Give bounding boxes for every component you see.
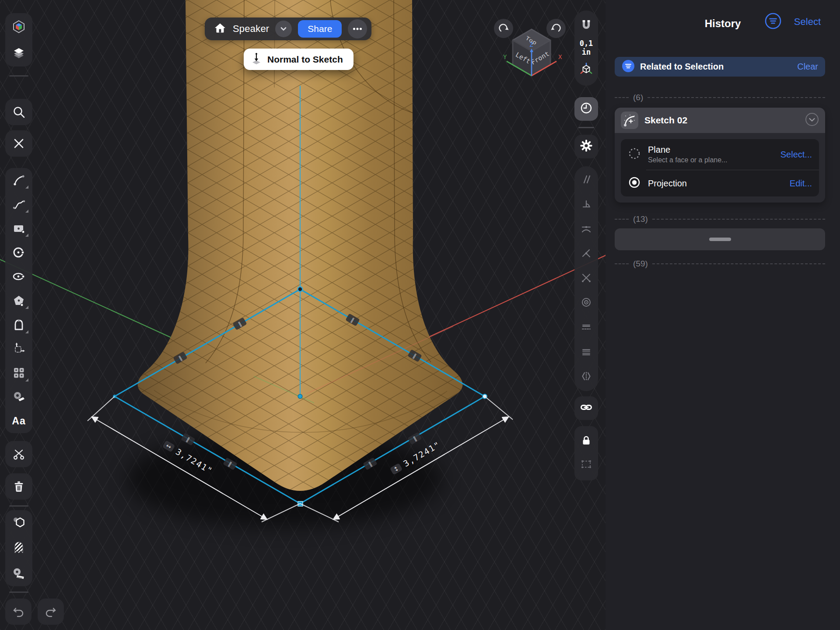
scene-3d [0, 0, 606, 630]
concentric-icon[interactable] [581, 297, 592, 310]
circle-tool-icon[interactable] [5, 240, 32, 264]
lock-toolbar [574, 426, 598, 480]
sketch-item-header[interactable]: Sketch 02 [615, 108, 825, 133]
plane-label: Plane [648, 145, 774, 155]
chevron-down-icon[interactable] [275, 21, 292, 37]
axis-cube-icon[interactable] [580, 63, 593, 77]
modeling-canvas[interactable]: ↔ 3,7241" ↕ 3,7241" ∥ ∥ ∥ ∥ ∥ ∥ ∥ ∥ [0, 0, 606, 630]
text-tool-icon[interactable]: Aa [5, 409, 32, 433]
section-hatch-icon[interactable] [5, 536, 32, 560]
constraints-toolbar [574, 166, 598, 391]
normal-to-sketch-popover[interactable]: Normal to Sketch [244, 49, 354, 70]
history-clock-button[interactable] [574, 97, 598, 121]
sketch-icon [621, 112, 638, 129]
sketch-item-title: Sketch 02 [644, 115, 799, 126]
offset-tool-icon[interactable] [5, 385, 32, 409]
orientation-cube-icon[interactable] [5, 14, 32, 38]
plane-sublabel: Select a face or a plane... [648, 156, 774, 164]
polygon-tool-icon[interactable] [5, 288, 32, 312]
delete-trash-icon[interactable] [5, 473, 32, 500]
group-divider: (59) [615, 259, 825, 269]
history-panel: History Select Related to Selection Clea… [606, 0, 840, 630]
parallel-icon[interactable] [581, 174, 592, 187]
group-count: (13) [633, 214, 648, 224]
spline-tool-icon[interactable] [5, 192, 32, 216]
pattern-tool-icon[interactable] [5, 361, 32, 385]
layers-icon[interactable] [5, 41, 32, 65]
lock-icon[interactable] [580, 434, 592, 448]
point-on-line-icon[interactable] [581, 248, 592, 261]
trim-scissors-icon[interactable] [5, 441, 32, 467]
sketch-origin-point[interactable] [298, 394, 302, 399]
plane-select-button[interactable]: Select... [780, 150, 812, 160]
projection-row[interactable]: Projection Edit... [621, 170, 819, 196]
arch-tool-icon[interactable] [5, 313, 32, 337]
collapsed-history-group[interactable] [615, 228, 825, 250]
gear-icon [580, 139, 593, 154]
dashed-circle-icon [628, 147, 641, 162]
close-icon[interactable] [5, 130, 32, 157]
material-hexagon-icon[interactable] [5, 511, 32, 535]
select-button[interactable]: Select [794, 16, 821, 28]
perpendicular-icon[interactable] [581, 198, 592, 211]
history-panel-header: History Select [606, 0, 840, 46]
normal-to-sketch-icon [250, 52, 263, 67]
radio-icon [628, 176, 641, 191]
redo-icon[interactable] [38, 598, 64, 625]
link-constraint-button[interactable] [574, 396, 598, 420]
toolbar-divider [9, 75, 28, 77]
filter-icon[interactable] [764, 12, 782, 32]
sketch-settings-button[interactable] [574, 135, 598, 158]
rail-divider [578, 127, 594, 128]
projection-label: Projection [648, 178, 783, 189]
toolbar-divider [9, 592, 28, 593]
chevron-down-circle-icon[interactable] [805, 112, 819, 128]
sketch-point-top[interactable] [298, 287, 303, 292]
group-count: (59) [633, 259, 648, 269]
home-icon[interactable] [214, 21, 227, 36]
filter-filled-icon [622, 60, 635, 74]
view-cube[interactable]: Top Left Front Y X Z [499, 24, 564, 90]
document-title[interactable]: Speaker [233, 23, 269, 35]
undo-icon[interactable] [5, 598, 32, 625]
sketch-item-body: Plane Select a face or a plane... Select… [615, 133, 825, 203]
tangent-icon[interactable] [581, 223, 592, 236]
symmetric-icon[interactable] [581, 371, 592, 384]
group-divider: (6) [615, 93, 825, 102]
measure-tape-icon[interactable] [5, 562, 32, 586]
popover-label: Normal to Sketch [267, 54, 343, 65]
plane-row[interactable]: Plane Select a face or a plane... Select… [621, 139, 819, 170]
ellipsis-icon[interactable] [348, 19, 367, 38]
move-tool-icon[interactable] [5, 337, 32, 361]
app-window: ↔ 3,7241" ↕ 3,7241" ∥ ∥ ∥ ∥ ∥ ∥ ∥ ∥ Spea… [0, 0, 840, 630]
clear-filter-button[interactable]: Clear [797, 62, 818, 72]
view-tools-group [5, 13, 32, 66]
grid-spacing-value[interactable]: 0,1 in [580, 39, 593, 56]
drag-handle [709, 238, 731, 241]
axis-x-label: X [558, 53, 562, 60]
projection-edit-button[interactable]: Edit... [790, 178, 812, 189]
link-icon [580, 401, 593, 416]
document-toolbar: Speaker Share [205, 18, 371, 40]
sketch-tools-group: Aa [5, 168, 32, 433]
clock-icon [579, 101, 593, 117]
snap-settings-pill[interactable]: 0,1 in [574, 10, 598, 86]
ellipse-tool-icon[interactable] [5, 264, 32, 288]
group-count: (6) [633, 93, 643, 102]
marquee-icon[interactable] [580, 458, 592, 472]
group-divider: (13) [615, 214, 825, 224]
axis-z-label: Z [529, 41, 533, 48]
equal-icon[interactable] [581, 346, 592, 359]
history-item-sketch-02[interactable]: Sketch 02 Plane Select a face or a plane… [615, 108, 825, 203]
axis-y-label: Y [503, 53, 507, 60]
rectangle-tool-icon[interactable] [5, 216, 32, 240]
arc-tool-icon[interactable] [5, 168, 32, 192]
collinear-icon[interactable] [581, 322, 592, 335]
search-icon[interactable] [5, 99, 32, 125]
magnet-icon[interactable] [580, 19, 593, 34]
toolbar-divider [9, 505, 28, 507]
share-button[interactable]: Share [298, 20, 342, 38]
intersection-icon[interactable] [581, 272, 592, 285]
related-to-selection-filter[interactable]: Related to Selection Clear [615, 57, 825, 77]
filter-label: Related to Selection [640, 62, 792, 72]
